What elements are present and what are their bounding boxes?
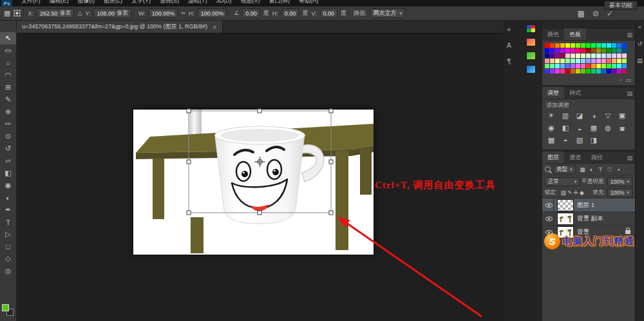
color-swatch[interactable] xyxy=(576,59,580,63)
color-swatch[interactable] xyxy=(612,43,616,48)
color-swatch[interactable] xyxy=(571,48,575,53)
color-swatch[interactable] xyxy=(555,59,560,63)
obar-icon-commit-transform[interactable]: ✓ xyxy=(607,10,613,17)
color-swatch[interactable] xyxy=(586,43,591,48)
rotation-field[interactable]: 0.00 xyxy=(242,8,260,18)
color-swatch[interactable] xyxy=(617,69,621,73)
color-swatch[interactable] xyxy=(565,48,570,53)
color-swatch[interactable] xyxy=(581,64,585,68)
color-swatch[interactable] xyxy=(555,64,560,68)
adjustment-icon-invert[interactable]: ◙ xyxy=(616,122,629,133)
canvas[interactable] xyxy=(133,110,374,255)
color-swatch[interactable] xyxy=(607,54,611,58)
color-swatch[interactable] xyxy=(560,59,565,63)
tab-color[interactable]: 颜色 xyxy=(542,28,564,40)
color-swatch[interactable] xyxy=(596,43,601,48)
adjustment-icon-gradient-map[interactable]: ◨ xyxy=(587,135,600,146)
adjustment-icon-channel-mixer[interactable]: ▦ xyxy=(587,122,600,133)
color-swatch[interactable] xyxy=(581,69,585,73)
dock-icon-swatches-dock[interactable] xyxy=(526,24,536,33)
adjustment-icon-levels[interactable]: ▥ xyxy=(559,110,572,121)
layer-row-layer-1[interactable]: 图层 1 xyxy=(542,199,635,212)
color-swatch[interactable] xyxy=(576,48,580,53)
color-swatch[interactable] xyxy=(560,48,565,53)
visibility-eye-icon[interactable] xyxy=(545,217,553,221)
menu-item[interactable]: 窗口(W) xyxy=(265,0,295,5)
panel-menu-icon[interactable]: ▤ xyxy=(627,155,632,161)
y-position-field[interactable]: 108.00像素 xyxy=(93,8,131,18)
color-swatch[interactable] xyxy=(581,54,585,58)
color-swatch[interactable] xyxy=(591,54,596,58)
color-swatch[interactable] xyxy=(555,48,560,53)
layer-filter-icon-filter-type-layers[interactable]: T xyxy=(597,166,605,173)
color-swatch[interactable] xyxy=(586,69,591,73)
color-swatch[interactable] xyxy=(545,64,549,68)
color-swatch[interactable] xyxy=(571,64,575,68)
menu-item[interactable]: 文件(F) xyxy=(17,0,45,5)
tool-rectangle-shape[interactable]: □ xyxy=(0,240,16,253)
dock-icon-styles-dock[interactable] xyxy=(526,52,536,60)
color-swatch[interactable] xyxy=(545,54,549,58)
tool-gradient[interactable]: ◧ xyxy=(0,167,16,179)
tool-crop[interactable]: ⊞ xyxy=(0,81,16,93)
color-swatch[interactable] xyxy=(555,43,560,48)
color-swatch[interactable] xyxy=(586,64,591,68)
color-swatch[interactable] xyxy=(607,59,611,63)
color-swatch[interactable] xyxy=(596,54,601,58)
height-scale-field[interactable]: 100.00% xyxy=(198,8,227,18)
tool-pen[interactable]: ✒ xyxy=(0,204,16,216)
dock-icon-properties-panel[interactable]: ▤ xyxy=(637,57,643,64)
dock-icon-color-dock[interactable] xyxy=(526,38,536,46)
layer-thumbnail[interactable] xyxy=(557,213,574,225)
adjustment-icon-posterize[interactable]: ▩ xyxy=(545,135,558,146)
layer-filter-icon-filter-smart-objects[interactable]: ▪ xyxy=(615,166,623,173)
reference-point-locator-icon[interactable] xyxy=(14,10,21,17)
color-swatch[interactable] xyxy=(607,48,611,53)
color-swatch[interactable] xyxy=(581,43,585,48)
color-swatch[interactable] xyxy=(612,54,616,58)
color-swatch[interactable] xyxy=(550,48,554,53)
color-swatch[interactable] xyxy=(596,59,601,63)
color-swatch[interactable] xyxy=(555,54,560,58)
color-swatch[interactable] xyxy=(581,59,585,63)
dock-icon-history-panel[interactable]: ↺ xyxy=(638,41,643,47)
color-swatch[interactable] xyxy=(550,64,554,68)
tab-adjustments[interactable]: 调整 xyxy=(542,87,564,99)
tab-swatches[interactable]: 色板 xyxy=(564,28,586,40)
color-swatch[interactable] xyxy=(545,69,549,73)
color-swatch[interactable] xyxy=(591,43,596,48)
lock-icon-lock-image-pixels[interactable]: ✎ xyxy=(567,190,573,196)
dock-icon-navigator-dock[interactable] xyxy=(526,65,536,73)
tab-styles[interactable]: 样式 xyxy=(564,87,586,99)
foreground-background-color-widget[interactable] xyxy=(2,304,15,317)
color-swatch[interactable] xyxy=(622,69,627,73)
menu-item[interactable]: 文字(Y) xyxy=(127,0,155,5)
color-swatch[interactable] xyxy=(565,59,570,63)
obar-icon-cancel-transform[interactable]: ⊘ xyxy=(592,10,599,17)
layer-row-background-copy[interactable]: 背景 副本 xyxy=(542,212,635,226)
menu-item[interactable]: 滤镜(T) xyxy=(184,0,212,5)
color-swatch[interactable] xyxy=(586,48,591,53)
adjustment-icon-brightness-contrast[interactable]: ☀ xyxy=(545,110,558,121)
color-swatch[interactable] xyxy=(550,59,554,63)
color-swatch[interactable] xyxy=(550,69,554,73)
adjustment-icon-color-balance[interactable]: ◉ xyxy=(545,122,558,133)
color-swatch[interactable] xyxy=(617,64,621,68)
color-swatch[interactable] xyxy=(560,69,565,73)
dock-icon-character-panel[interactable]: A xyxy=(507,42,511,49)
delete-swatch-icon[interactable]: ▭ xyxy=(625,77,631,83)
color-swatch[interactable] xyxy=(576,43,580,48)
menu-item[interactable]: 图层(L) xyxy=(99,0,127,5)
adjustment-icon-curves[interactable]: ◪ xyxy=(573,110,586,121)
color-swatch[interactable] xyxy=(576,54,580,58)
layer-filter-icon-filter-pixel-layers[interactable]: ▦ xyxy=(579,166,587,173)
skew-v-field[interactable]: 0.00 xyxy=(320,8,338,18)
color-swatch[interactable] xyxy=(617,54,621,58)
color-swatch[interactable] xyxy=(622,64,627,68)
adjustment-icon-vibrance[interactable]: ▽ xyxy=(601,110,614,121)
color-swatch[interactable] xyxy=(612,64,616,68)
menu-item[interactable]: 视图(V) xyxy=(236,0,265,5)
tool-eyedropper[interactable]: ✎ xyxy=(0,93,16,106)
tool-brush[interactable]: ✏ xyxy=(0,118,16,130)
menu-item[interactable]: 帮助(H) xyxy=(294,0,323,5)
